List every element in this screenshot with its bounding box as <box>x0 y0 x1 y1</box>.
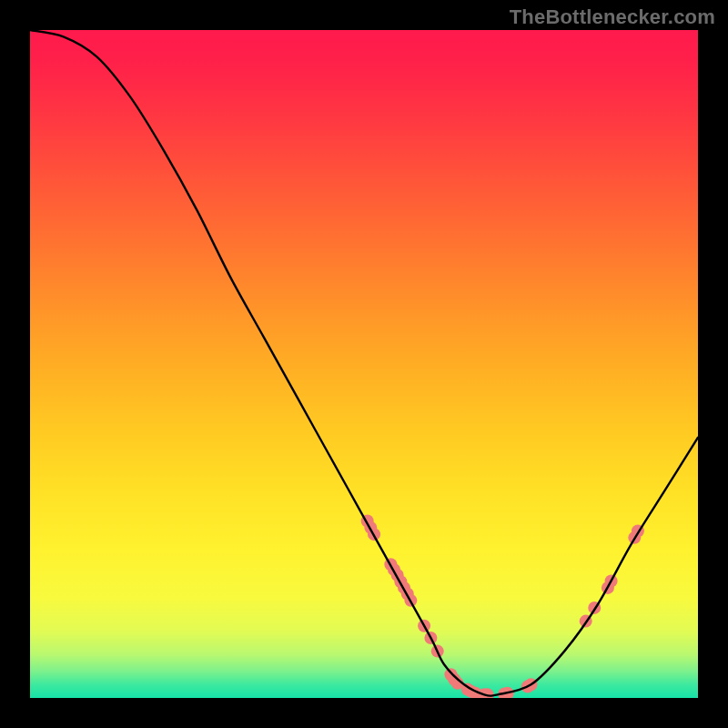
chart-container: TheBottlenecker.com <box>0 0 728 728</box>
gradient-background <box>30 30 698 698</box>
chart-svg <box>30 30 698 698</box>
watermark-text: TheBottlenecker.com <box>510 5 715 29</box>
plot-area <box>30 30 698 698</box>
